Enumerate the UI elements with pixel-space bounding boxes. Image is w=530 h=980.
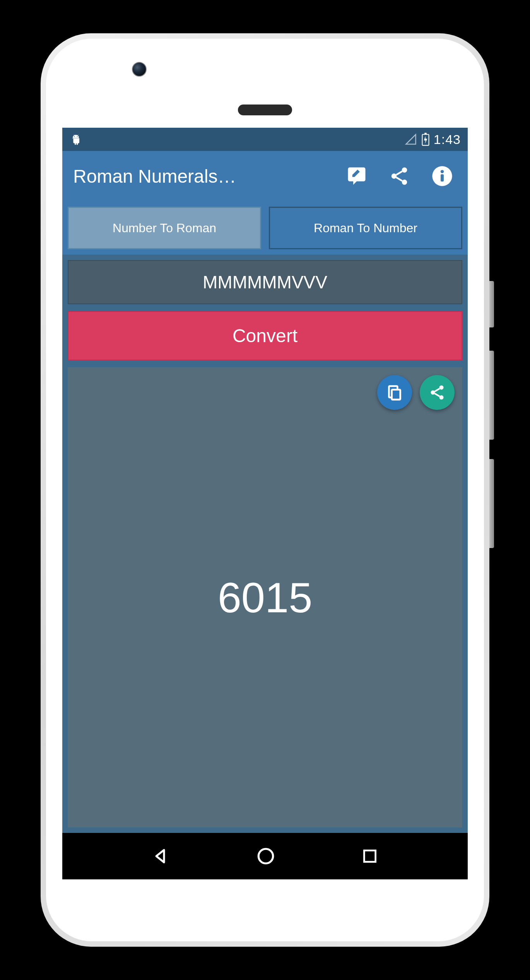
result-panel: 6015 [68,367,462,828]
back-icon [152,847,170,865]
phone-bezel: 1:43 Roman Numerals… [46,39,484,941]
svg-point-12 [431,391,435,395]
status-bar: 1:43 [62,128,468,151]
status-time: 1:43 [434,132,461,147]
nav-home-button[interactable] [256,846,275,866]
home-icon [256,846,275,866]
svg-point-4 [402,168,407,173]
edit-icon[interactable] [346,166,367,187]
app-title: Roman Numerals… [73,166,342,187]
svg-rect-10 [392,390,400,400]
phone-volume-down [489,459,494,548]
result-actions [377,375,455,410]
content-area: MMMMMMVVV Convert [62,255,468,833]
svg-point-0 [74,136,75,137]
svg-point-5 [392,173,397,179]
svg-point-1 [77,136,78,137]
phone-camera [132,62,147,77]
input-value[interactable]: MMMMMMVVV [68,260,462,304]
status-right: 1:43 [404,132,461,147]
screen: 1:43 Roman Numerals… [62,128,468,879]
signal-icon [404,134,417,145]
tab-label: Number To Roman [113,221,216,235]
phone-side-button [489,281,494,327]
battery-icon [421,133,430,146]
navigation-bar [62,833,468,879]
phone-volume-up [489,351,494,440]
phone-speaker [238,105,292,115]
share-result-button[interactable] [420,375,455,410]
svg-point-14 [258,849,273,863]
info-icon[interactable] [431,165,453,187]
svg-point-11 [439,385,444,390]
share-icon [429,384,446,401]
svg-rect-9 [441,174,444,182]
nav-recents-button[interactable] [361,848,378,865]
svg-point-8 [441,170,444,173]
copy-icon [386,384,403,401]
app-bar-actions [346,165,457,187]
result-value: 6015 [218,573,313,622]
tab-label: Roman To Number [314,221,417,235]
tab-roman-to-number[interactable]: Roman To Number [269,207,462,249]
app-bar: Roman Numerals… [62,151,468,201]
svg-rect-3 [424,133,427,134]
convert-button[interactable]: Convert [68,311,462,360]
tab-number-to-roman[interactable]: Number To Roman [68,207,261,249]
nav-back-button[interactable] [152,847,170,865]
recents-icon [361,848,378,865]
svg-point-13 [439,395,444,399]
phone-frame: 1:43 Roman Numerals… [41,33,489,947]
mode-tabs: Number To Roman Roman To Number [62,201,468,255]
android-icon [69,134,82,145]
svg-rect-15 [364,850,375,862]
share-icon[interactable] [389,166,410,187]
status-left [69,134,82,145]
copy-button[interactable] [377,375,412,410]
svg-point-6 [402,180,407,185]
